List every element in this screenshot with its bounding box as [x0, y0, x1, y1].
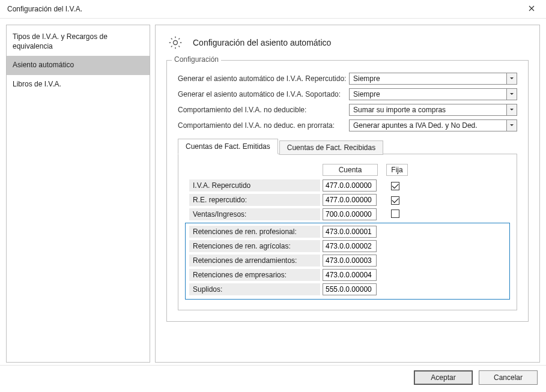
sidebar-item-asiento-automatico[interactable]: Asiento automático: [7, 56, 150, 75]
setting-row: Generar el asiento automático de I.V.A. …: [178, 73, 517, 85]
dropdown-no-deducible[interactable]: Sumar su importe a compras: [349, 104, 517, 116]
ok-button[interactable]: Aceptar: [414, 370, 473, 385]
close-button[interactable]: [523, 1, 540, 17]
chevron-down-icon: [506, 104, 517, 115]
cuenta-input[interactable]: [323, 269, 377, 281]
cuenta-input[interactable]: [323, 194, 377, 206]
row-label: Suplidos:: [189, 283, 320, 295]
cuenta-input[interactable]: [323, 255, 377, 267]
setting-label-repercutido: Generar el asiento automático de I.V.A. …: [178, 74, 349, 83]
grid-row: Retenciones de empresarios:: [189, 269, 506, 281]
setting-label-soportado: Generar el asiento automático de I.V.A. …: [178, 90, 349, 98]
cuenta-input[interactable]: [323, 179, 377, 191]
cuenta-input[interactable]: [323, 208, 377, 220]
sidebar-item-tipos-iva[interactable]: Tipos de I.V.A. y Recargos de equivalenc…: [7, 28, 150, 56]
col-header-cuenta: Cuenta: [323, 164, 378, 176]
chevron-down-icon: [506, 73, 517, 84]
row-label: Retenciones de ren. profesional:: [189, 226, 320, 238]
cuenta-input[interactable]: [323, 283, 377, 295]
grid-row: R.E. repercutido:: [189, 194, 506, 206]
groupbox-legend: Configuración: [172, 55, 221, 64]
grid-row: Suplidos:: [189, 283, 506, 295]
sidebar: Tipos de I.V.A. y Recargos de equivalenc…: [6, 25, 150, 363]
row-label: I.V.A. Repercutido: [189, 179, 320, 191]
main-panel: Configuración del asiento automático Con…: [155, 25, 540, 363]
fija-checkbox[interactable]: [391, 210, 399, 218]
cuenta-input[interactable]: [323, 226, 377, 238]
body: Tipos de I.V.A. y Recargos de equivalenc…: [0, 19, 546, 365]
fija-checkbox[interactable]: [391, 182, 399, 190]
row-label: R.E. repercutido:: [189, 194, 320, 206]
row-label: Ventas/Ingresos:: [189, 208, 320, 220]
footer: Aceptar Cancelar: [0, 365, 546, 392]
window: Configuración del I.V.A. Tipos de I.V.A.…: [0, 0, 546, 392]
chevron-down-icon: [506, 89, 517, 100]
fija-checkbox[interactable]: [391, 196, 399, 205]
header-spacer: [189, 164, 323, 176]
close-icon: [529, 5, 535, 13]
window-title: Configuración del I.V.A.: [7, 5, 82, 13]
setting-label-no-deducible: Comportamiento del I.V.A. no deducible:: [178, 106, 349, 114]
sidebar-item-libros-iva[interactable]: Libros de I.V.A.: [7, 75, 150, 94]
grid-row: Retenciones de arrendamientos:: [189, 255, 506, 267]
titlebar: Configuración del I.V.A.: [0, 0, 546, 19]
cancel-button[interactable]: Cancelar: [479, 370, 538, 385]
tab-recibidas[interactable]: Cuentas de Fact. Recibidas: [279, 140, 383, 155]
row-label: Retenciones de arrendamientos:: [189, 255, 320, 267]
svg-point-0: [174, 41, 178, 45]
settings-form: Generar el asiento automático de I.V.A. …: [178, 73, 517, 131]
grid-row: Ventas/Ingresos:: [189, 208, 506, 220]
page-header: Configuración del asiento automático: [166, 34, 529, 52]
cuenta-input[interactable]: [323, 240, 377, 252]
setting-row: Comportamiento del I.V.A. no deducible: …: [178, 104, 517, 116]
grid-header: Cuenta Fija: [189, 164, 506, 176]
tab-emitidas[interactable]: Cuentas de Fact. Emitidas: [178, 139, 278, 154]
dropdown-repercutido[interactable]: Siempre: [349, 73, 517, 85]
highlight-region: Retenciones de ren. profesional: Retenci…: [185, 223, 510, 300]
dropdown-soportado[interactable]: Siempre: [349, 88, 517, 100]
grid-row: Retenciones de ren. profesional:: [189, 226, 506, 238]
config-groupbox: Configuración Generar el asiento automát…: [166, 60, 529, 322]
col-header-fija: Fija: [386, 164, 408, 176]
grid-row: I.V.A. Repercutido: [189, 179, 506, 191]
grid-row: Retenciones de ren. agrícolas:: [189, 240, 506, 252]
page-title: Configuración del asiento automático: [193, 38, 331, 47]
dropdown-value: Generar apuntes a IVA Ded. y No Ded.: [353, 121, 478, 130]
tab-content-emitidas: Cuenta Fija I.V.A. Repercutido R.E. repe…: [178, 154, 517, 310]
setting-row: Generar el asiento automático de I.V.A. …: [178, 88, 517, 100]
row-label: Retenciones de empresarios:: [189, 269, 320, 281]
row-label: Retenciones de ren. agrícolas:: [189, 240, 320, 252]
dropdown-prorrata[interactable]: Generar apuntes a IVA Ded. y No Ded.: [349, 119, 517, 131]
chevron-down-icon: [506, 120, 517, 131]
setting-label-prorrata: Comportamiento del I.V.A. no deduc. en p…: [178, 121, 349, 130]
dropdown-value: Sumar su importe a compras: [353, 106, 446, 114]
setting-row: Comportamiento del I.V.A. no deduc. en p…: [178, 119, 517, 131]
dropdown-value: Siempre: [353, 90, 380, 98]
tabs: Cuentas de Fact. Emitidas Cuentas de Fac…: [178, 139, 517, 154]
gear-icon: [166, 34, 184, 52]
dropdown-value: Siempre: [353, 74, 380, 83]
